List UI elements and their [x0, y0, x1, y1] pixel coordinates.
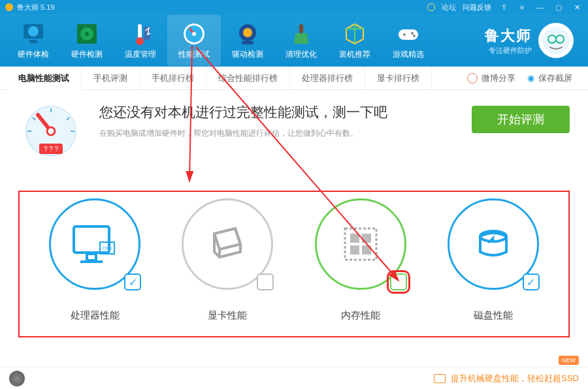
monitor-icon	[21, 22, 46, 46]
nav-label: 性能测试	[178, 49, 210, 60]
svg-rect-14	[242, 41, 253, 44]
titlebar: 鲁大师 5.19 论坛 问题反馈 ⇪ ≡ — ▢ ✕	[0, 0, 588, 14]
svg-point-1	[28, 26, 39, 37]
svg-rect-37	[350, 234, 359, 243]
svg-rect-39	[350, 245, 359, 255]
svg-point-24	[47, 127, 55, 135]
tip-text: 提升机械硬盘性能，轻松赶超SSD	[451, 373, 579, 384]
disk-label: 磁盘性能	[474, 309, 513, 322]
test-card-memory[interactable]: 内存性能	[305, 198, 416, 322]
nav-label: 清理优化	[286, 49, 317, 60]
weibo-share[interactable]: 微博分享	[467, 72, 515, 84]
subtab-cpu-rank[interactable]: 处理器排行榜	[290, 67, 365, 89]
test-card-disk[interactable]: ✓ 磁盘性能	[438, 198, 549, 322]
tray-icon[interactable]	[9, 371, 25, 386]
svg-rect-33	[80, 260, 103, 263]
svg-rect-40	[362, 245, 371, 255]
save-screenshot[interactable]: ◉ 保存截屏	[527, 72, 572, 84]
svg-rect-16	[399, 29, 418, 40]
memory-check-icon[interactable]	[390, 273, 407, 290]
gamepad-icon	[396, 22, 421, 46]
svg-point-19	[413, 35, 416, 37]
nav-temp-manage[interactable]: 温度管理	[114, 15, 167, 66]
screenshot-label: 保存截屏	[538, 72, 572, 84]
test-card-gpu[interactable]: 显卡性能	[172, 198, 283, 322]
nav-label: 游戏精选	[393, 49, 424, 60]
thermometer-icon	[128, 22, 153, 46]
menu-icon[interactable]: ≡	[516, 3, 528, 12]
cpu-check-icon[interactable]: ✓	[124, 273, 141, 290]
cpu-label: 处理器性能	[71, 309, 120, 322]
subtab-overall-rank[interactable]: 综合性能排行榜	[206, 67, 290, 89]
start-test-button[interactable]: 开始评测	[472, 106, 570, 133]
mini-mode-button[interactable]: ▢	[553, 3, 564, 12]
disk-circle-icon: ✓	[448, 198, 539, 290]
svg-rect-32	[87, 254, 96, 260]
cube-icon	[342, 22, 367, 46]
minimize-button[interactable]: —	[534, 3, 546, 12]
hero-text: 您还没有对本机进行过完整性能测试，测一下吧 在购买电脑或增加硬件时，帮您对电脑性…	[99, 103, 387, 139]
subtab-gpu-rank[interactable]: 显卡排行榜	[365, 67, 432, 89]
app-logo-icon	[5, 3, 13, 11]
nav-game-select[interactable]: 游戏精选	[382, 15, 435, 66]
weibo-label: 微博分享	[482, 72, 515, 84]
cpu-circle-icon: CPU ✓	[49, 198, 140, 290]
svg-point-5	[85, 32, 89, 36]
nav-driver-detect[interactable]: 驱动检测	[221, 15, 274, 66]
app-title: 鲁大师 5.19	[17, 3, 54, 12]
feedback-link[interactable]: 问题反馈	[463, 3, 491, 12]
brush-icon	[289, 22, 314, 46]
status-bar: 提升机械硬盘性能，轻松赶超SSD NEW	[0, 367, 588, 389]
svg-point-18	[411, 32, 414, 35]
gauge-icon	[182, 22, 206, 46]
test-card-cpu[interactable]: CPU ✓ 处理器性能	[39, 198, 150, 322]
nav-hardware-checkup[interactable]: 硬件体检	[7, 15, 60, 66]
camera-icon: ◉	[527, 73, 534, 83]
gpu-circle-icon	[182, 198, 273, 290]
subtab-phone-review[interactable]: 手机评测	[82, 67, 140, 89]
content-area: ? ? ? 您还没有对本机进行过完整性能测试，测一下吧 在购买电脑或增加硬件时，…	[0, 90, 588, 344]
hero-title: 您还没有对本机进行过完整性能测试，测一下吧	[99, 103, 387, 121]
svg-rect-15	[299, 24, 303, 33]
subtab-phone-rank[interactable]: 手机排行榜	[140, 67, 206, 89]
svg-rect-2	[29, 40, 37, 43]
brand-block: 鲁大师 专注硬件防护	[485, 26, 532, 55]
gpu-check-icon[interactable]	[257, 273, 274, 290]
coin-icon	[427, 3, 435, 11]
memory-circle-icon	[315, 198, 406, 290]
mascot-avatar[interactable]	[538, 23, 574, 58]
new-badge: NEW	[559, 356, 579, 365]
nav-performance-test[interactable]: 性能测试	[167, 15, 221, 66]
svg-point-17	[403, 33, 406, 36]
sub-tabs: 电脑性能测试 手机评测 手机排行榜 综合性能排行榜 处理器排行榜 显卡排行榜 微…	[0, 67, 588, 90]
main-nav: 硬件体检 硬件检测 温度管理 性能测试 驱动检测 清理优化 装机推荐 游戏精选 …	[0, 14, 588, 67]
disk-check-icon[interactable]: ✓	[523, 273, 540, 290]
nav-label: 温度管理	[125, 49, 156, 60]
hero-gauge-icon: ? ? ?	[18, 103, 84, 159]
brand-name: 鲁大师	[485, 26, 532, 46]
hdd-icon	[434, 374, 446, 383]
nav-label: 硬件体检	[18, 49, 49, 60]
gauge-label: ? ? ?	[44, 146, 59, 153]
subtab-pc-perf[interactable]: 电脑性能测试	[7, 67, 82, 90]
close-button[interactable]: ✕	[571, 3, 583, 12]
nav-label: 驱动检测	[232, 49, 263, 60]
svg-point-11	[192, 32, 196, 36]
hero-sub: 在购买电脑或增加硬件时，帮您对电脑性能进行评估，让您做到心中有数。	[99, 128, 387, 139]
svg-rect-36	[345, 228, 376, 260]
nav-clean-optimize[interactable]: 清理优化	[274, 15, 328, 66]
share-icon[interactable]: ⇪	[498, 3, 510, 12]
nav-build-recommend[interactable]: 装机推荐	[328, 15, 382, 66]
memory-label: 内存性能	[341, 309, 380, 322]
gear-driver-icon	[235, 22, 260, 46]
gpu-label: 显卡性能	[208, 309, 247, 322]
hero-row: ? ? ? 您还没有对本机进行过完整性能测试，测一下吧 在购买电脑或增加硬件时，…	[18, 103, 570, 159]
tip-link[interactable]: 提升机械硬盘性能，轻松赶超SSD	[434, 373, 579, 384]
svg-point-7	[136, 37, 144, 45]
nav-hardware-detect[interactable]: 硬件检测	[60, 15, 114, 66]
forum-link[interactable]: 论坛	[442, 3, 456, 12]
nav-label: 装机推荐	[339, 49, 370, 60]
svg-point-13	[243, 28, 252, 37]
svg-text:CPU: CPU	[103, 246, 112, 251]
test-options-box: CPU ✓ 处理器性能 显卡性能 内存性能 ✓ 磁盘性能	[18, 191, 570, 337]
